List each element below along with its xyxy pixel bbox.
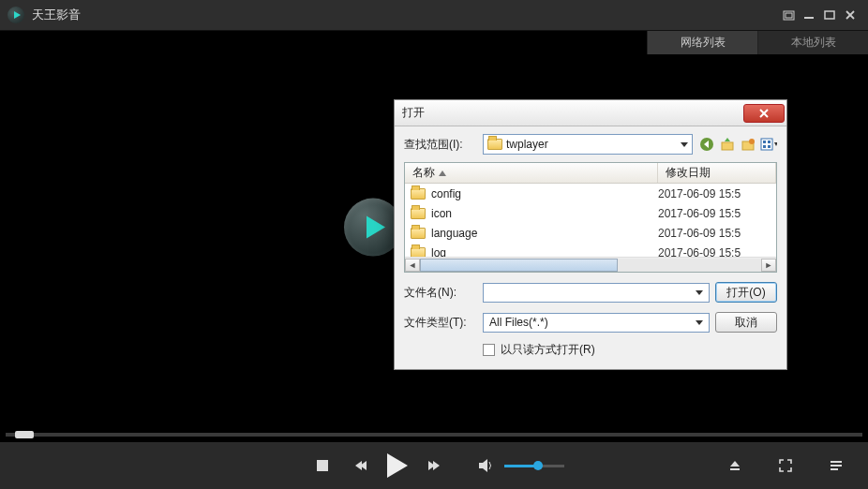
- svg-marker-17: [725, 138, 730, 141]
- filetype-label: 文件类型(T):: [404, 315, 477, 331]
- svg-rect-22: [768, 141, 771, 143]
- fullscreen-button[interactable]: [772, 452, 799, 479]
- folder-icon: [487, 139, 502, 150]
- svg-marker-26: [439, 170, 446, 176]
- minimize-button[interactable]: [799, 6, 819, 24]
- column-header-date[interactable]: 修改日期: [658, 163, 776, 183]
- folder-icon: [411, 247, 426, 258]
- titlebar: 天王影音: [0, 0, 868, 30]
- player-controls: [0, 442, 868, 489]
- volume-slider[interactable]: [504, 465, 564, 467]
- view-menu-icon[interactable]: [760, 136, 777, 153]
- svg-marker-6: [479, 459, 487, 472]
- progress-knob[interactable]: [15, 431, 34, 438]
- folder-icon: [411, 228, 426, 239]
- maximize-button[interactable]: [819, 6, 840, 24]
- restore-window-icon[interactable]: [778, 6, 799, 24]
- playlist-toggle-button[interactable]: [823, 452, 849, 479]
- svg-rect-3: [825, 11, 834, 19]
- svg-point-19: [749, 139, 755, 144]
- sort-asc-icon: [439, 170, 446, 176]
- scrollbar-thumb[interactable]: [420, 259, 618, 272]
- next-button[interactable]: [422, 452, 448, 479]
- file-open-dialog: 打开 查找范围(I): twplayer 名称: [394, 99, 787, 370]
- list-item[interactable]: language2017-06-09 15:5: [405, 223, 776, 243]
- list-item[interactable]: config2017-06-09 15:5: [405, 184, 776, 203]
- chevron-down-icon: [681, 142, 688, 147]
- stop-button[interactable]: [309, 452, 336, 479]
- look-in-label: 查找范围(I):: [404, 137, 477, 153]
- app-logo-icon: [7, 7, 24, 23]
- svg-rect-16: [722, 142, 733, 150]
- svg-rect-10: [831, 465, 842, 467]
- list-item[interactable]: icon2017-06-09 15:5: [405, 203, 776, 223]
- svg-rect-9: [831, 461, 842, 463]
- column-header-name[interactable]: 名称: [405, 163, 658, 183]
- scroll-right-icon[interactable]: ►: [761, 259, 776, 272]
- cancel-button[interactable]: 取消: [715, 312, 777, 333]
- dialog-titlebar[interactable]: 打开: [395, 100, 786, 126]
- current-folder-name: twplayer: [506, 138, 548, 151]
- filename-input[interactable]: [483, 283, 710, 303]
- open-button[interactable]: 打开(O): [715, 282, 777, 303]
- new-folder-icon[interactable]: [740, 136, 756, 153]
- look-in-combo[interactable]: twplayer: [483, 134, 693, 155]
- readonly-label: 以只读方式打开(R): [501, 342, 595, 358]
- svg-rect-24: [768, 145, 771, 148]
- list-item[interactable]: log2017-06-09 15:5: [405, 243, 776, 257]
- filetype-select[interactable]: All Files(*.*): [483, 313, 710, 333]
- scroll-left-icon[interactable]: ◄: [405, 259, 420, 272]
- horizontal-scrollbar[interactable]: ◄ ►: [405, 257, 776, 272]
- tab-local-list[interactable]: 本地列表: [757, 31, 868, 54]
- file-list-rows[interactable]: config2017-06-09 15:5 icon2017-06-09 15:…: [405, 184, 776, 257]
- svg-marker-25: [774, 142, 777, 146]
- progress-bar[interactable]: [6, 433, 862, 437]
- prev-button[interactable]: [347, 452, 373, 479]
- up-one-level-icon[interactable]: [719, 136, 736, 153]
- dialog-title: 打开: [402, 105, 743, 121]
- file-list: 名称 修改日期 config2017-06-09 15:5 icon2017-0…: [404, 162, 777, 273]
- svg-marker-7: [730, 461, 740, 467]
- dialog-close-button[interactable]: [743, 104, 785, 123]
- tab-network-list[interactable]: 网络列表: [647, 31, 757, 54]
- svg-rect-1: [786, 13, 792, 18]
- svg-rect-8: [730, 468, 740, 470]
- close-button[interactable]: [840, 6, 861, 24]
- svg-rect-23: [763, 145, 766, 148]
- svg-rect-11: [831, 468, 838, 470]
- eject-button[interactable]: [722, 452, 748, 479]
- playlist-tabs: 网络列表 本地列表: [0, 30, 868, 54]
- chevron-down-icon: [696, 320, 703, 325]
- app-title: 天王影音: [32, 7, 81, 23]
- back-icon[interactable]: [698, 136, 715, 153]
- folder-icon: [411, 188, 426, 200]
- volume-icon[interactable]: [472, 452, 499, 479]
- readonly-checkbox[interactable]: [483, 344, 495, 356]
- play-button[interactable]: [384, 452, 411, 479]
- folder-icon: [411, 208, 426, 219]
- svg-rect-21: [763, 141, 766, 143]
- svg-rect-20: [761, 139, 772, 150]
- chevron-down-icon: [696, 290, 703, 295]
- filename-label: 文件名(N):: [404, 285, 477, 301]
